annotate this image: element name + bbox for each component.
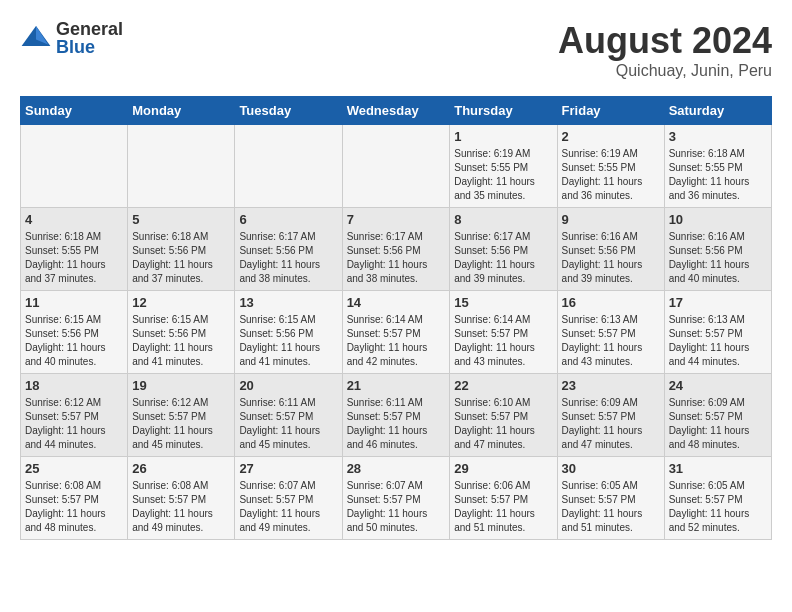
- calendar-cell: 31Sunrise: 6:05 AM Sunset: 5:57 PM Dayli…: [664, 457, 771, 540]
- day-info: Sunrise: 6:16 AM Sunset: 5:56 PM Dayligh…: [669, 230, 767, 286]
- week-row-3: 11Sunrise: 6:15 AM Sunset: 5:56 PM Dayli…: [21, 291, 772, 374]
- day-info: Sunrise: 6:19 AM Sunset: 5:55 PM Dayligh…: [454, 147, 552, 203]
- day-info: Sunrise: 6:07 AM Sunset: 5:57 PM Dayligh…: [347, 479, 446, 535]
- calendar-table: SundayMondayTuesdayWednesdayThursdayFrid…: [20, 96, 772, 540]
- calendar-cell: 18Sunrise: 6:12 AM Sunset: 5:57 PM Dayli…: [21, 374, 128, 457]
- calendar-cell: 25Sunrise: 6:08 AM Sunset: 5:57 PM Dayli…: [21, 457, 128, 540]
- calendar-cell: 14Sunrise: 6:14 AM Sunset: 5:57 PM Dayli…: [342, 291, 450, 374]
- day-info: Sunrise: 6:16 AM Sunset: 5:56 PM Dayligh…: [562, 230, 660, 286]
- calendar-cell: 20Sunrise: 6:11 AM Sunset: 5:57 PM Dayli…: [235, 374, 342, 457]
- day-header-saturday: Saturday: [664, 97, 771, 125]
- day-number: 24: [669, 378, 767, 393]
- calendar-cell: 15Sunrise: 6:14 AM Sunset: 5:57 PM Dayli…: [450, 291, 557, 374]
- day-info: Sunrise: 6:15 AM Sunset: 5:56 PM Dayligh…: [25, 313, 123, 369]
- day-header-sunday: Sunday: [21, 97, 128, 125]
- day-info: Sunrise: 6:17 AM Sunset: 5:56 PM Dayligh…: [239, 230, 337, 286]
- day-number: 13: [239, 295, 337, 310]
- day-number: 27: [239, 461, 337, 476]
- logo: General Blue: [20, 20, 123, 56]
- day-info: Sunrise: 6:09 AM Sunset: 5:57 PM Dayligh…: [562, 396, 660, 452]
- logo-text: General Blue: [56, 20, 123, 56]
- calendar-cell: 30Sunrise: 6:05 AM Sunset: 5:57 PM Dayli…: [557, 457, 664, 540]
- day-info: Sunrise: 6:14 AM Sunset: 5:57 PM Dayligh…: [347, 313, 446, 369]
- calendar-cell: 5Sunrise: 6:18 AM Sunset: 5:56 PM Daylig…: [128, 208, 235, 291]
- calendar-cell: [128, 125, 235, 208]
- week-row-2: 4Sunrise: 6:18 AM Sunset: 5:55 PM Daylig…: [21, 208, 772, 291]
- logo-blue: Blue: [56, 38, 123, 56]
- day-number: 25: [25, 461, 123, 476]
- day-info: Sunrise: 6:05 AM Sunset: 5:57 PM Dayligh…: [562, 479, 660, 535]
- calendar-cell: 26Sunrise: 6:08 AM Sunset: 5:57 PM Dayli…: [128, 457, 235, 540]
- calendar-cell: 2Sunrise: 6:19 AM Sunset: 5:55 PM Daylig…: [557, 125, 664, 208]
- day-number: 28: [347, 461, 446, 476]
- day-info: Sunrise: 6:13 AM Sunset: 5:57 PM Dayligh…: [562, 313, 660, 369]
- calendar-cell: 22Sunrise: 6:10 AM Sunset: 5:57 PM Dayli…: [450, 374, 557, 457]
- day-header-friday: Friday: [557, 97, 664, 125]
- calendar-cell: 9Sunrise: 6:16 AM Sunset: 5:56 PM Daylig…: [557, 208, 664, 291]
- calendar-cell: 1Sunrise: 6:19 AM Sunset: 5:55 PM Daylig…: [450, 125, 557, 208]
- day-number: 5: [132, 212, 230, 227]
- day-number: 31: [669, 461, 767, 476]
- day-info: Sunrise: 6:07 AM Sunset: 5:57 PM Dayligh…: [239, 479, 337, 535]
- day-header-thursday: Thursday: [450, 97, 557, 125]
- logo-general: General: [56, 20, 123, 38]
- calendar-cell: 19Sunrise: 6:12 AM Sunset: 5:57 PM Dayli…: [128, 374, 235, 457]
- day-number: 15: [454, 295, 552, 310]
- week-row-4: 18Sunrise: 6:12 AM Sunset: 5:57 PM Dayli…: [21, 374, 772, 457]
- day-number: 21: [347, 378, 446, 393]
- day-info: Sunrise: 6:15 AM Sunset: 5:56 PM Dayligh…: [132, 313, 230, 369]
- calendar-cell: 12Sunrise: 6:15 AM Sunset: 5:56 PM Dayli…: [128, 291, 235, 374]
- day-number: 7: [347, 212, 446, 227]
- day-number: 16: [562, 295, 660, 310]
- day-number: 12: [132, 295, 230, 310]
- day-number: 6: [239, 212, 337, 227]
- day-number: 23: [562, 378, 660, 393]
- calendar-cell: 8Sunrise: 6:17 AM Sunset: 5:56 PM Daylig…: [450, 208, 557, 291]
- day-info: Sunrise: 6:12 AM Sunset: 5:57 PM Dayligh…: [132, 396, 230, 452]
- header-row: SundayMondayTuesdayWednesdayThursdayFrid…: [21, 97, 772, 125]
- day-number: 30: [562, 461, 660, 476]
- calendar-cell: 3Sunrise: 6:18 AM Sunset: 5:55 PM Daylig…: [664, 125, 771, 208]
- day-info: Sunrise: 6:11 AM Sunset: 5:57 PM Dayligh…: [239, 396, 337, 452]
- calendar-cell: 21Sunrise: 6:11 AM Sunset: 5:57 PM Dayli…: [342, 374, 450, 457]
- day-info: Sunrise: 6:06 AM Sunset: 5:57 PM Dayligh…: [454, 479, 552, 535]
- day-info: Sunrise: 6:11 AM Sunset: 5:57 PM Dayligh…: [347, 396, 446, 452]
- calendar-cell: 16Sunrise: 6:13 AM Sunset: 5:57 PM Dayli…: [557, 291, 664, 374]
- day-header-wednesday: Wednesday: [342, 97, 450, 125]
- calendar-cell: 17Sunrise: 6:13 AM Sunset: 5:57 PM Dayli…: [664, 291, 771, 374]
- day-number: 4: [25, 212, 123, 227]
- calendar-cell: [21, 125, 128, 208]
- day-header-monday: Monday: [128, 97, 235, 125]
- calendar-cell: 28Sunrise: 6:07 AM Sunset: 5:57 PM Dayli…: [342, 457, 450, 540]
- day-info: Sunrise: 6:17 AM Sunset: 5:56 PM Dayligh…: [454, 230, 552, 286]
- day-info: Sunrise: 6:18 AM Sunset: 5:55 PM Dayligh…: [25, 230, 123, 286]
- calendar-cell: 29Sunrise: 6:06 AM Sunset: 5:57 PM Dayli…: [450, 457, 557, 540]
- title-block: August 2024 Quichuay, Junin, Peru: [558, 20, 772, 80]
- day-number: 8: [454, 212, 552, 227]
- day-info: Sunrise: 6:14 AM Sunset: 5:57 PM Dayligh…: [454, 313, 552, 369]
- day-number: 10: [669, 212, 767, 227]
- week-row-5: 25Sunrise: 6:08 AM Sunset: 5:57 PM Dayli…: [21, 457, 772, 540]
- day-info: Sunrise: 6:15 AM Sunset: 5:56 PM Dayligh…: [239, 313, 337, 369]
- day-number: 9: [562, 212, 660, 227]
- calendar-cell: [235, 125, 342, 208]
- day-number: 19: [132, 378, 230, 393]
- calendar-cell: 27Sunrise: 6:07 AM Sunset: 5:57 PM Dayli…: [235, 457, 342, 540]
- calendar-cell: [342, 125, 450, 208]
- day-number: 29: [454, 461, 552, 476]
- day-info: Sunrise: 6:12 AM Sunset: 5:57 PM Dayligh…: [25, 396, 123, 452]
- calendar-cell: 23Sunrise: 6:09 AM Sunset: 5:57 PM Dayli…: [557, 374, 664, 457]
- day-number: 2: [562, 129, 660, 144]
- day-info: Sunrise: 6:18 AM Sunset: 5:55 PM Dayligh…: [669, 147, 767, 203]
- day-number: 26: [132, 461, 230, 476]
- day-info: Sunrise: 6:08 AM Sunset: 5:57 PM Dayligh…: [132, 479, 230, 535]
- day-number: 14: [347, 295, 446, 310]
- calendar-cell: 6Sunrise: 6:17 AM Sunset: 5:56 PM Daylig…: [235, 208, 342, 291]
- day-number: 1: [454, 129, 552, 144]
- day-number: 11: [25, 295, 123, 310]
- day-info: Sunrise: 6:13 AM Sunset: 5:57 PM Dayligh…: [669, 313, 767, 369]
- calendar-cell: 10Sunrise: 6:16 AM Sunset: 5:56 PM Dayli…: [664, 208, 771, 291]
- day-number: 3: [669, 129, 767, 144]
- calendar-cell: 7Sunrise: 6:17 AM Sunset: 5:56 PM Daylig…: [342, 208, 450, 291]
- day-info: Sunrise: 6:08 AM Sunset: 5:57 PM Dayligh…: [25, 479, 123, 535]
